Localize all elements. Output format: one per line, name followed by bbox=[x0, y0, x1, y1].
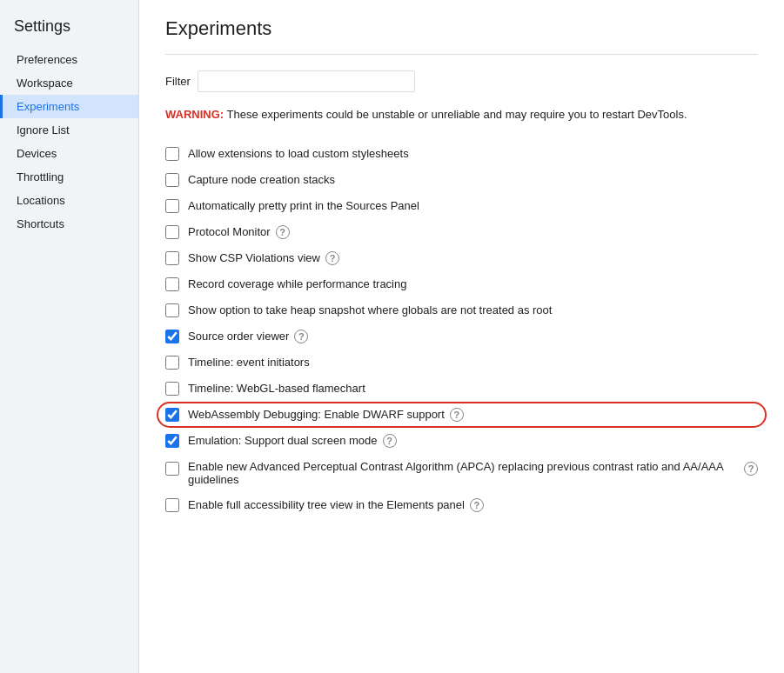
help-icon-wasm-dwarf[interactable]: ? bbox=[450, 408, 464, 422]
help-icon-emulation-dual[interactable]: ? bbox=[383, 434, 397, 448]
experiment-label-record-coverage: Record coverage while performance tracin… bbox=[188, 277, 406, 290]
experiment-item-wasm-dwarf: WebAssembly Debugging: Enable DWARF supp… bbox=[165, 402, 758, 428]
warning-text: These experiments could be unstable or u… bbox=[227, 108, 687, 121]
sidebar-item-throttling[interactable]: Throttling bbox=[0, 165, 138, 189]
sidebar-title: Settings bbox=[0, 9, 138, 48]
main-content: Experiments Filter WARNING: These experi… bbox=[139, 0, 784, 673]
experiment-label-emulation-dual: Emulation: Support dual screen mode? bbox=[188, 434, 397, 448]
experiment-item-record-coverage: Record coverage while performance tracin… bbox=[165, 271, 758, 297]
checkbox-timeline-initiators[interactable] bbox=[165, 356, 179, 370]
sidebar-item-experiments[interactable]: Experiments bbox=[0, 95, 138, 118]
sidebar: Settings PreferencesWorkspaceExperiments… bbox=[0, 0, 139, 673]
sidebar-item-ignore-list[interactable]: Ignore List bbox=[0, 118, 138, 142]
filter-input[interactable] bbox=[198, 70, 415, 92]
experiment-label-protocol-monitor: Protocol Monitor? bbox=[188, 225, 290, 239]
sidebar-item-preferences[interactable]: Preferences bbox=[0, 48, 138, 71]
experiment-list: Allow extensions to load custom styleshe… bbox=[165, 141, 758, 518]
experiment-item-heap-snapshot: Show option to take heap snapshot where … bbox=[165, 297, 758, 323]
sidebar-item-locations[interactable]: Locations bbox=[0, 189, 138, 212]
experiment-item-emulation-dual: Emulation: Support dual screen mode? bbox=[165, 428, 758, 454]
experiment-item-capture-node: Capture node creation stacks bbox=[165, 167, 758, 193]
checkbox-csp-violations[interactable] bbox=[165, 251, 179, 265]
checkbox-capture-node[interactable] bbox=[165, 173, 179, 187]
experiment-label-timeline-webgl: Timeline: WebGL-based flamechart bbox=[188, 382, 365, 395]
filter-row: Filter bbox=[165, 70, 758, 92]
experiment-item-allow-extensions: Allow extensions to load custom styleshe… bbox=[165, 141, 758, 167]
experiment-label-source-order: Source order viewer? bbox=[188, 330, 308, 343]
experiment-item-csp-violations: Show CSP Violations view? bbox=[165, 245, 758, 271]
help-icon-accessibility-tree[interactable]: ? bbox=[470, 498, 484, 512]
experiment-item-apca: Enable new Advanced Perceptual Contrast … bbox=[165, 454, 758, 492]
warning-label: WARNING: bbox=[165, 108, 224, 121]
experiment-label-apca: Enable new Advanced Perceptual Contrast … bbox=[188, 460, 737, 486]
experiment-label-allow-extensions: Allow extensions to load custom styleshe… bbox=[188, 147, 409, 160]
help-icon-apca[interactable]: ? bbox=[744, 462, 758, 476]
sidebar-item-shortcuts[interactable]: Shortcuts bbox=[0, 212, 138, 236]
checkbox-record-coverage[interactable] bbox=[165, 277, 179, 291]
experiment-label-accessibility-tree: Enable full accessibility tree view in t… bbox=[188, 498, 484, 512]
checkbox-allow-extensions[interactable] bbox=[165, 147, 179, 161]
experiment-item-timeline-initiators: Timeline: event initiators bbox=[165, 350, 758, 376]
help-icon-csp-violations[interactable]: ? bbox=[325, 251, 339, 265]
divider bbox=[165, 54, 758, 55]
experiment-item-pretty-print: Automatically pretty print in the Source… bbox=[165, 193, 758, 219]
experiment-item-accessibility-tree: Enable full accessibility tree view in t… bbox=[165, 492, 758, 518]
experiment-label-csp-violations: Show CSP Violations view? bbox=[188, 251, 339, 265]
filter-label: Filter bbox=[165, 75, 191, 88]
experiment-label-timeline-initiators: Timeline: event initiators bbox=[188, 356, 310, 369]
experiment-item-protocol-monitor: Protocol Monitor? bbox=[165, 219, 758, 245]
checkbox-emulation-dual[interactable] bbox=[165, 434, 179, 448]
experiment-label-wasm-dwarf: WebAssembly Debugging: Enable DWARF supp… bbox=[188, 408, 464, 422]
checkbox-pretty-print[interactable] bbox=[165, 199, 179, 213]
experiment-item-source-order: Source order viewer? bbox=[165, 323, 758, 350]
sidebar-item-devices[interactable]: Devices bbox=[0, 142, 138, 165]
checkbox-accessibility-tree[interactable] bbox=[165, 498, 179, 512]
checkbox-protocol-monitor[interactable] bbox=[165, 225, 179, 239]
checkbox-heap-snapshot[interactable] bbox=[165, 303, 179, 317]
page-title: Experiments bbox=[165, 17, 758, 40]
sidebar-item-workspace[interactable]: Workspace bbox=[0, 71, 138, 95]
checkbox-apca[interactable] bbox=[165, 462, 179, 476]
experiment-item-timeline-webgl: Timeline: WebGL-based flamechart bbox=[165, 376, 758, 402]
experiment-label-capture-node: Capture node creation stacks bbox=[188, 173, 335, 186]
warning-box: WARNING: These experiments could be unst… bbox=[165, 106, 758, 123]
experiment-label-heap-snapshot: Show option to take heap snapshot where … bbox=[188, 303, 552, 317]
checkbox-source-order[interactable] bbox=[165, 330, 179, 343]
help-icon-source-order[interactable]: ? bbox=[294, 330, 308, 343]
experiment-label-pretty-print: Automatically pretty print in the Source… bbox=[188, 199, 419, 212]
checkbox-timeline-webgl[interactable] bbox=[165, 382, 179, 396]
help-icon-protocol-monitor[interactable]: ? bbox=[276, 225, 290, 239]
checkbox-wasm-dwarf[interactable] bbox=[165, 408, 179, 422]
